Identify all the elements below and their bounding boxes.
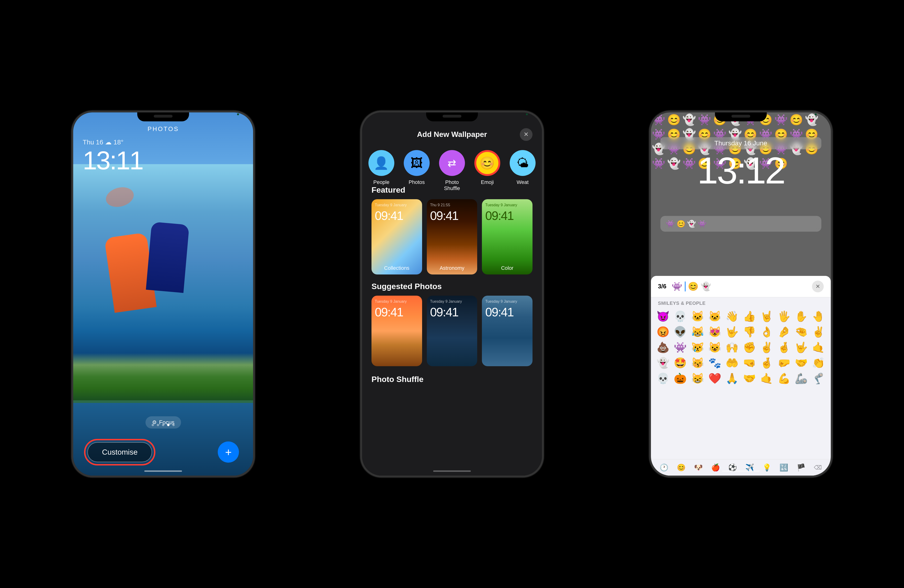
volume-down-button-3[interactable] — [649, 202, 651, 221]
emoji-cell[interactable]: 👍 — [741, 309, 758, 324]
emoji-cell[interactable]: 🙌 — [724, 340, 740, 355]
photos-title: PHOTOS — [148, 125, 179, 132]
emoji-cell[interactable]: ✌ — [758, 340, 775, 355]
emoji-cell[interactable]: ✋ — [793, 309, 809, 324]
mute-button[interactable] — [71, 159, 73, 171]
animal-cat-icon[interactable]: 🐶 — [694, 463, 703, 471]
food-cat-icon[interactable]: 🍎 — [711, 463, 720, 471]
volume-up-button-2[interactable] — [360, 178, 362, 197]
emoji-cell[interactable]: 🦿 — [810, 371, 827, 386]
emoji-cell[interactable]: 🤝 — [793, 355, 809, 370]
emoji-cell[interactable]: 😈 — [655, 309, 672, 324]
emoji-cell[interactable]: 👏 — [810, 355, 827, 370]
recent-cat-icon[interactable]: 🕐 — [660, 463, 669, 471]
emoji-cell[interactable]: 🤜 — [741, 355, 758, 370]
customise-button[interactable]: Customise — [87, 442, 152, 462]
suggested-card-2[interactable]: Tuesday 9 January 09:41 — [427, 296, 477, 366]
volume-up-button-3[interactable] — [649, 178, 651, 197]
emoji-cell[interactable]: 😻 — [706, 324, 723, 339]
emoji-cell[interactable]: 🦾 — [793, 371, 809, 386]
emoji-cell[interactable]: 🤌 — [776, 324, 792, 339]
phone3-screen: 👾😊👻👾😊👻👾 😊👾😊👻👾😊👻 😊👾👻😊👾😊👾 😊👻👾😊👻👾😊 👻😊👾👻😊👾👻 … — [651, 112, 831, 476]
modal-close-button[interactable]: ✕ — [520, 128, 533, 141]
emoji-cell[interactable]: 🤚 — [810, 309, 827, 324]
featured-card-astronomy[interactable]: Thu 9 21:55 09:41 Astronomy — [427, 199, 477, 274]
collections-time: Tuesday 9 January — [375, 203, 406, 207]
collections-clock: 09:41 — [375, 209, 403, 223]
emoji-cell[interactable]: 🤝 — [741, 371, 758, 386]
emoji-cell[interactable]: ✌ — [810, 324, 827, 339]
emoji-cell[interactable]: 💀 — [655, 371, 672, 386]
delete-key[interactable]: ⌫ — [814, 464, 822, 471]
wallpaper-type-emoji[interactable]: 😊 Emoji — [473, 150, 501, 191]
emoji-cell[interactable]: 😹 — [689, 324, 706, 339]
emoji-cell[interactable]: 👋 — [724, 309, 740, 324]
time-area: Thu 16 ☁ 18° 13:11 — [83, 138, 143, 173]
emoji-cell[interactable]: 🎃 — [672, 371, 689, 386]
emoji-cell[interactable]: 🖐 — [776, 309, 792, 324]
power-button-3[interactable] — [831, 188, 833, 207]
emoji-cell[interactable]: 🐱 — [706, 309, 723, 324]
emoji-cell[interactable]: 🤟 — [724, 324, 740, 339]
emoji-cell[interactable]: 😺 — [706, 340, 723, 355]
emoji-cell[interactable]: 🐾 — [706, 355, 723, 370]
power-button[interactable] — [253, 188, 255, 207]
home-indicator-2 — [433, 470, 471, 472]
emoji-cell[interactable]: 🤏 — [793, 324, 809, 339]
volume-down-button-2[interactable] — [360, 202, 362, 221]
smiley-cat-icon[interactable]: 😊 — [677, 463, 686, 471]
emoji-cell[interactable]: 👾 — [672, 340, 689, 355]
suggested-card-1[interactable]: Tuesday 9 January 09:41 — [371, 296, 422, 366]
power-button-2[interactable] — [542, 188, 544, 207]
wallpaper-type-people[interactable]: 👤 People — [367, 150, 395, 191]
emoji-cell[interactable]: 💩 — [655, 340, 672, 355]
emoji-cell[interactable]: 🙏 — [724, 371, 740, 386]
object-cat-icon[interactable]: 💡 — [763, 463, 771, 471]
emoji-cell[interactable]: 🤘 — [758, 309, 775, 324]
mute-button-2[interactable] — [360, 159, 362, 171]
wallpaper-type-photoshuffle[interactable]: ⇄ PhotoShuffle — [438, 150, 466, 191]
emoji-cell[interactable]: 💀 — [672, 309, 689, 324]
emoji-cell[interactable]: 😽 — [689, 355, 706, 370]
flag-cat-icon[interactable]: 🏴 — [797, 463, 805, 471]
weather-icon: 🌤 — [510, 150, 536, 176]
emoji-cell[interactable]: 🤛 — [776, 355, 792, 370]
speaker-2 — [443, 115, 461, 118]
color-label: Color — [482, 265, 533, 271]
emoji-cell[interactable]: 👎 — [741, 324, 758, 339]
emoji-cell[interactable]: 🤙 — [758, 371, 775, 386]
emoji-cell[interactable]: 😸 — [689, 371, 706, 386]
emoji-cell[interactable]: 🐱 — [689, 309, 706, 324]
emoji-cell[interactable]: 😡 — [655, 324, 672, 339]
emoji-cell[interactable]: 🤙 — [810, 340, 827, 355]
emoji-cell[interactable]: ✊ — [741, 340, 758, 355]
emoji-cell[interactable]: 👽 — [672, 324, 689, 339]
emoji-cell[interactable]: 🤞 — [776, 340, 792, 355]
wallpaper-type-weather[interactable]: 🌤 Weat — [509, 150, 537, 191]
volume-up-button[interactable] — [71, 178, 73, 197]
wallpaper-type-photos[interactable]: 🖼 Photos — [403, 150, 431, 191]
emoji-cell[interactable]: 👻 — [655, 355, 672, 370]
emoji-cell[interactable]: ❤️ — [706, 371, 723, 386]
featured-card-color[interactable]: Tuesday 9 January 09:41 Color — [482, 199, 533, 274]
emoji-cell[interactable]: 😿 — [689, 340, 706, 355]
home-indicator-3 — [722, 470, 760, 472]
emoji-label: Emoji — [481, 179, 494, 185]
phone3-frame: 👾😊👻👾😊👻👾 😊👾😊👻👾😊👻 😊👾👻😊👾😊👾 😊👻👾😊👻👾😊 👻😊👾👻😊👾👻 … — [649, 110, 833, 478]
emoji-cell[interactable]: 💪 — [776, 371, 792, 386]
notif-emoji: 👾 — [666, 220, 675, 228]
add-wallpaper-button[interactable]: + — [218, 441, 239, 463]
featured-card-collections[interactable]: Tuesday 9 January 09:41 Collections — [371, 199, 422, 274]
volume-down-button[interactable] — [71, 202, 73, 221]
emoji-cell[interactable]: 👌 — [758, 324, 775, 339]
emoji-cell[interactable]: 🤞 — [758, 355, 775, 370]
emoji-cell[interactable]: 🤟 — [793, 340, 809, 355]
modal-title: Add New Wallpaper — [417, 130, 487, 139]
picker-close-button[interactable]: ✕ — [812, 281, 824, 292]
focus-badge[interactable]: ⚙ Focus — [145, 416, 181, 429]
emoji-cell[interactable]: 🤩 — [672, 355, 689, 370]
emoji-cell[interactable]: 🤲 — [724, 355, 740, 370]
suggested-card-3[interactable]: Tuesday 9 January 09:41 — [482, 296, 533, 366]
symbol-cat-icon[interactable]: 🔣 — [779, 463, 788, 471]
mute-button-3[interactable] — [649, 159, 651, 171]
